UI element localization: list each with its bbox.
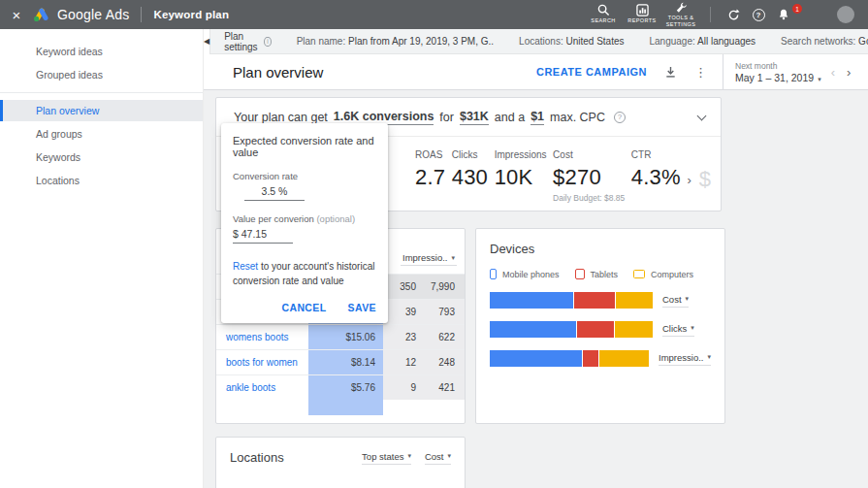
keyword-link[interactable]: ankle boots <box>216 375 308 400</box>
previous-period-icon[interactable]: ‹ <box>831 65 835 80</box>
bar-segment-computer[interactable] <box>598 350 649 367</box>
cancel-button[interactable]: CANCEL <box>281 302 326 313</box>
value-per-conversion-input[interactable] <box>233 226 293 244</box>
banner-cost-value[interactable]: $31K <box>460 110 489 125</box>
top-app-bar: × Google Ads Keyword plan SEARCH REPORTS <box>0 0 868 29</box>
plan-settings-link[interactable]: Plan settings i <box>224 31 271 52</box>
devices-cost-dropdown[interactable]: Cost▾ <box>662 294 689 308</box>
banner-mid2: and a <box>495 111 525 124</box>
locations-field[interactable]: Locations: United States <box>519 36 624 47</box>
devices-impressions-dropdown[interactable]: Impressio..▾ <box>659 352 711 366</box>
metric-value: 4.3% <box>631 165 681 190</box>
conversion-rate-label: Conversion rate <box>233 171 376 181</box>
banner-cpc-value[interactable]: $1 <box>530 110 544 125</box>
table-row[interactable]: boots for women $8.14 12 248 <box>216 349 465 374</box>
reports-button[interactable]: REPORTS <box>623 4 661 24</box>
language-field[interactable]: Language: All languages <box>650 36 756 47</box>
search-networks-value: Google <box>858 36 868 47</box>
metric-label: CTR <box>631 149 681 160</box>
reset-link[interactable]: Reset <box>233 261 258 272</box>
clicks-cell: 39 <box>383 300 420 324</box>
more-options-icon[interactable]: ⋮ <box>694 65 707 80</box>
save-button[interactable]: SAVE <box>348 302 376 313</box>
plan-name-field[interactable]: Plan name: Plan from Apr 19, 2019, 3 PM,… <box>297 36 494 47</box>
banner-collapse-icon[interactable] <box>697 111 707 120</box>
language-value: All languages <box>697 36 755 47</box>
help-icon: ? <box>753 9 765 21</box>
keyword-link[interactable]: womens boots <box>216 325 308 349</box>
bar-segment-mobile[interactable] <box>490 292 573 309</box>
daily-budget-label: Daily Budget: $8.85 <box>553 193 625 203</box>
search-button[interactable]: SEARCH <box>584 4 623 24</box>
sidebar-item-grouped-ideas[interactable]: Grouped ideas <box>0 64 203 85</box>
sidebar-item-keyword-ideas[interactable]: Keyword ideas <box>0 41 203 62</box>
bar-segment-tablet[interactable] <box>582 350 597 367</box>
locations-cost-dropdown[interactable]: Cost▾ <box>425 451 451 465</box>
impressions-cell: 7,990 <box>420 275 465 299</box>
devices-legend: Mobile phones Tablets Computers <box>490 269 711 279</box>
close-icon[interactable]: × <box>0 7 33 23</box>
expected-conversion-dialog: Expected conversion rate and value Conve… <box>221 123 388 323</box>
download-button[interactable] <box>664 66 677 79</box>
notifications-button[interactable]: 1 <box>771 8 796 21</box>
computer-icon <box>633 270 645 278</box>
bar-segment-mobile[interactable] <box>490 350 582 367</box>
metric-label: ROAS <box>415 149 445 160</box>
avatar[interactable] <box>837 6 854 23</box>
create-campaign-button[interactable]: CREATE CAMPAIGN <box>536 66 647 78</box>
keywords-table-footer <box>216 400 465 415</box>
search-label: SEARCH <box>591 17 615 24</box>
content-area: Your plan can get 1.6K conversions for $… <box>204 90 868 488</box>
impressions-cell: 421 <box>420 375 465 400</box>
metric-value: 430 <box>452 165 488 190</box>
banner-help-icon[interactable]: ? <box>614 112 626 123</box>
bar-segment-mobile[interactable] <box>490 321 576 338</box>
date-range-selector[interactable]: Next month May 1 – 31, 2019▾ <box>735 61 821 83</box>
banner-mid1: for <box>439 111 454 124</box>
dialog-title: Expected conversion rate and value <box>233 135 376 158</box>
page-title: Plan overview <box>233 64 323 81</box>
date-range-value: May 1 – 31, 2019▾ <box>735 72 821 83</box>
next-period-icon[interactable]: › <box>847 65 851 80</box>
devices-clicks-dropdown[interactable]: Clicks▾ <box>662 323 694 337</box>
locations-top-states-dropdown[interactable]: Top states▾ <box>362 451 411 465</box>
bar-segment-computer[interactable] <box>615 292 653 309</box>
topbar-divider <box>141 7 142 22</box>
legend-label: Mobile phones <box>502 270 560 279</box>
google-ads-logo-icon <box>33 7 50 22</box>
metric-value: 2.7 <box>415 165 445 190</box>
metric-ctr: CTR 4.3% <box>631 149 681 190</box>
sidebar-item-keywords[interactable]: Keywords <box>0 146 203 168</box>
bar-segment-tablet[interactable] <box>576 321 614 338</box>
legend-tablets: Tablets <box>575 269 619 279</box>
bar-segment-computer[interactable] <box>614 321 653 338</box>
table-row[interactable]: womens boots $15.06 23 622 <box>216 324 465 349</box>
topbar-separator <box>710 7 711 22</box>
chevron-down-icon: ▾ <box>691 324 694 332</box>
plan-settings-label: Plan settings <box>224 31 260 52</box>
window-title: Keyword plan <box>153 9 229 20</box>
tools-settings-button[interactable]: TOOLS & SETTINGS <box>661 1 700 28</box>
chevron-down-icon: ▾ <box>707 353 711 361</box>
refresh-button[interactable] <box>721 9 746 21</box>
banner-prefix: Your plan can get <box>234 111 328 124</box>
collapse-panel-button[interactable]: ◀ <box>204 29 210 54</box>
metrics-scroll-right-icon[interactable]: › <box>687 173 691 187</box>
sidebar-item-ad-groups[interactable]: Ad groups <box>0 123 203 145</box>
bar-segment-tablet[interactable] <box>573 292 616 309</box>
keyword-link[interactable]: boots for women <box>216 350 308 374</box>
conversion-rate-input[interactable] <box>244 183 305 201</box>
keywords-impressions-dropdown[interactable]: Impressio..▾ <box>401 252 457 266</box>
google-ads-logo: Google Ads <box>33 7 129 22</box>
reports-label: REPORTS <box>627 17 656 24</box>
clicks-cell: 12 <box>383 350 420 374</box>
sidebar-item-plan-overview[interactable]: Plan overview <box>0 100 203 121</box>
search-networks-field[interactable]: Search networks: Google <box>781 36 868 47</box>
devices-bar-clicks: Clicks▾ <box>490 321 711 338</box>
metric-value: $270 <box>553 165 625 190</box>
help-button[interactable]: ? <box>746 9 771 21</box>
chevron-down-icon: ▾ <box>447 452 451 460</box>
sidebar-item-locations[interactable]: Locations <box>0 170 203 191</box>
table-row[interactable]: ankle boots $5.76 9 421 <box>216 374 465 400</box>
sidebar: Keyword ideas Grouped ideas Plan overvie… <box>0 29 204 488</box>
